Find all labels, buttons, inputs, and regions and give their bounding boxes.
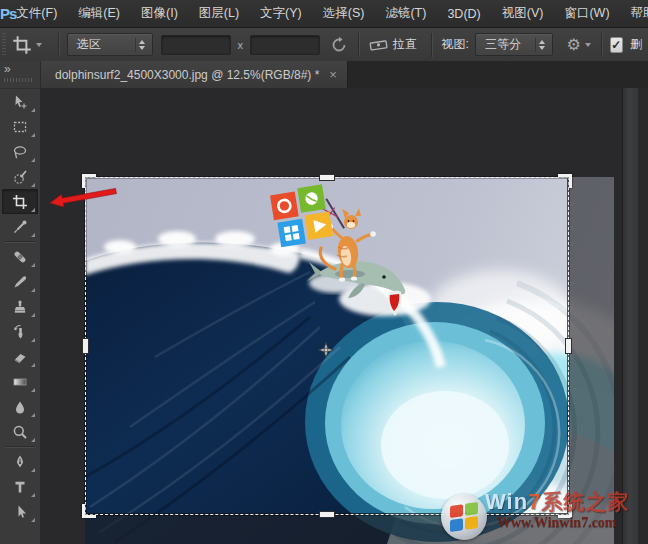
tool-pen[interactable]: [2, 449, 38, 474]
gear-icon: ⚙: [567, 37, 581, 53]
flyout-icon: [31, 338, 35, 342]
tool-path-selection[interactable]: [2, 499, 38, 524]
flyout-icon: [31, 413, 35, 417]
tool-crop[interactable]: [2, 189, 38, 214]
tool-clone-stamp[interactable]: [2, 294, 38, 319]
document-tab[interactable]: dolphinsurf2_4500X3000.jpg @ 12.5%(RGB/8…: [40, 61, 348, 88]
chevron-down-icon: [36, 43, 42, 47]
tool-blur[interactable]: [2, 394, 38, 419]
crop-handle-top[interactable]: [319, 174, 335, 181]
crop-handle-bottom[interactable]: [319, 511, 335, 518]
flyout-icon: [31, 363, 35, 367]
crop-handle-left[interactable]: [82, 338, 89, 354]
crop-height-input[interactable]: [250, 35, 320, 55]
crop-icon: [12, 35, 32, 55]
crop-pivot-crosshair[interactable]: [318, 342, 334, 358]
site-watermark: Win7系统之家 Www.Winwin7.com: [441, 488, 646, 544]
tool-preset-picker[interactable]: [12, 35, 42, 55]
flyout-icon: [31, 233, 35, 237]
crop-handle-right[interactable]: [565, 338, 572, 354]
flyout-icon: [31, 288, 35, 292]
tool-spot-healing-brush[interactable]: [2, 244, 38, 269]
tool-dodge[interactable]: [2, 419, 38, 444]
document-tab-bar: dolphinsurf2_4500X3000.jpg @ 12.5%(RGB/8…: [40, 61, 648, 89]
flyout-icon: [31, 158, 35, 162]
crop-aspect-value: 选区: [77, 36, 127, 53]
menu-view[interactable]: 视图(V): [502, 5, 544, 22]
tool-eraser[interactable]: [2, 344, 38, 369]
document-title: dolphinsurf2_4500X3000.jpg @ 12.5%(RGB/8…: [55, 68, 319, 82]
delete-cropped-pixels-label: 删: [630, 36, 642, 53]
separator: [58, 33, 59, 57]
crop-marquee[interactable]: [85, 177, 569, 515]
tools-panel: »: [0, 61, 41, 544]
tool-eyedropper[interactable]: [2, 214, 38, 239]
menu-file[interactable]: 文件(F): [16, 5, 57, 22]
menu-layer[interactable]: 图层(L): [199, 5, 239, 22]
tool-lasso[interactable]: [2, 139, 38, 164]
separator: [358, 33, 359, 57]
menu-type[interactable]: 文字(Y): [260, 5, 302, 22]
delete-cropped-pixels-checkbox[interactable]: ✓: [610, 37, 623, 53]
crop-settings-button[interactable]: ⚙: [567, 37, 591, 53]
photoshop-window: Ps 文件(F) 编辑(E) 图像(I) 图层(L) 文字(Y) 选择(S) 滤…: [0, 0, 648, 544]
panel-grabber[interactable]: [4, 78, 32, 82]
straighten-level-icon: [369, 37, 389, 53]
crop-handle-top-right[interactable]: [558, 174, 572, 188]
flyout-icon: [31, 108, 35, 112]
separator: [601, 33, 602, 57]
menu-image[interactable]: 图像(I): [141, 5, 178, 22]
close-icon[interactable]: ×: [329, 67, 337, 82]
chevron-down-icon: [585, 43, 591, 47]
crop-width-input[interactable]: [161, 35, 231, 55]
separator: [431, 33, 432, 57]
straighten-label[interactable]: 拉直: [393, 36, 417, 53]
options-bar-grabber[interactable]: [2, 33, 6, 57]
straighten-button[interactable]: [369, 37, 389, 53]
flyout-icon: [31, 208, 35, 212]
flyout-icon: [31, 493, 35, 497]
tool-group-divider: [5, 446, 35, 447]
tool-rectangular-marquee[interactable]: [2, 114, 38, 139]
watermark-url: Www.Winwin7.com: [497, 515, 617, 531]
updown-arrows-icon: [135, 38, 148, 52]
overlay-view-dropdown[interactable]: 三等分: [475, 33, 553, 56]
swap-dimensions-button[interactable]: [330, 36, 348, 54]
menu-filter[interactable]: 滤镜(T): [385, 5, 426, 22]
tool-quick-selection[interactable]: [2, 164, 38, 189]
rotate-arrow-icon: [330, 36, 348, 54]
check-icon: ✓: [611, 38, 621, 52]
flyout-icon: [31, 183, 35, 187]
windows-orb-icon: [441, 494, 487, 540]
menu-help[interactable]: 帮助(H): [631, 5, 648, 22]
menu-select[interactable]: 选择(S): [323, 5, 365, 22]
updown-arrows-icon: [535, 38, 548, 52]
options-bar: 选区 x 拉直 视图: 三等分 ⚙: [0, 28, 648, 62]
watermark-brand: Win7系统之家: [485, 488, 629, 516]
tool-brush[interactable]: [2, 269, 38, 294]
flyout-icon: [31, 438, 35, 442]
flyout-icon: [31, 468, 35, 472]
flyout-icon: [31, 388, 35, 392]
crop-handle-bottom-left[interactable]: [82, 504, 96, 518]
menu-window[interactable]: 窗口(W): [564, 5, 609, 22]
flyout-icon: [31, 313, 35, 317]
tool-move[interactable]: [2, 89, 38, 114]
photoshop-logo: Ps: [0, 5, 16, 22]
crop-aspect-dropdown[interactable]: 选区: [67, 33, 153, 56]
flyout-icon: [31, 518, 35, 522]
flyout-icon: [31, 263, 35, 267]
menu-3d[interactable]: 3D(D): [447, 7, 480, 21]
dimension-x-separator: x: [238, 39, 244, 51]
flyout-icon: [31, 133, 35, 137]
overlay-view-value: 三等分: [485, 36, 527, 53]
collapse-panel-button[interactable]: »: [4, 62, 11, 76]
view-label: 视图:: [442, 36, 469, 53]
tool-history-brush[interactable]: [2, 319, 38, 344]
menubar: Ps 文件(F) 编辑(E) 图像(I) 图层(L) 文字(Y) 选择(S) 滤…: [0, 0, 648, 28]
tool-gradient[interactable]: [2, 369, 38, 394]
menu-edit[interactable]: 编辑(E): [78, 5, 120, 22]
vertical-scrollbar[interactable]: [622, 88, 638, 544]
tool-horizontal-type[interactable]: [2, 474, 38, 499]
crop-handle-top-left[interactable]: [82, 174, 96, 188]
